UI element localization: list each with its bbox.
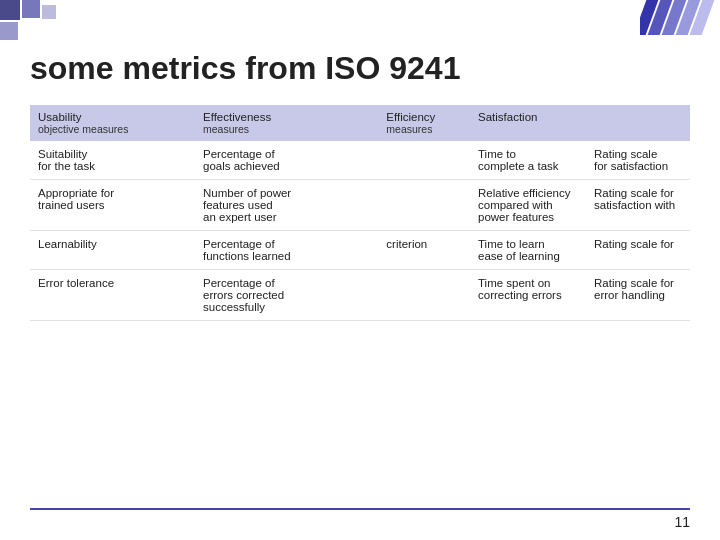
row2-col5: Rating scale forsatisfaction with [586,180,690,231]
header-col2: Effectiveness measures [195,105,378,141]
table-row: Appropriate fortrained users Number of p… [30,180,690,231]
row3-col1: Learnability [30,231,195,270]
row2-col2: Number of powerfeatures usedan expert us… [195,180,378,231]
row1-col5: Rating scalefor satisfaction [586,141,690,180]
row4-col4: Time spent oncorrecting errors [470,270,586,321]
row4-col5: Rating scale forerror handling [586,270,690,321]
row3-col2: Percentage offunctions learned [195,231,378,270]
table-header-row: Usability objective measures Effectivene… [30,105,690,141]
row1-col1: Suitabilityfor the task [30,141,195,180]
row3-col5: Rating scale for [586,231,690,270]
page-content: some metrics from ISO 9241 Usability obj… [0,0,720,540]
row4-col1: Error tolerance [30,270,195,321]
page-number: 11 [674,514,690,530]
table-row: Learnability Percentage offunctions lear… [30,231,690,270]
row2-col3 [378,180,470,231]
page-title: some metrics from ISO 9241 [30,50,690,87]
row1-col4: Time tocomplete a task [470,141,586,180]
table-row: Suitabilityfor the task Percentage ofgoa… [30,141,690,180]
header-col3: Efficiency measures [378,105,470,141]
metrics-table: Usability objective measures Effectivene… [30,105,690,321]
row2-col4: Relative efficiencycompared withpower fe… [470,180,586,231]
row3-col4: Time to learnease of learning [470,231,586,270]
table-row: Error tolerance Percentage oferrors corr… [30,270,690,321]
row3-col3: criterion [378,231,470,270]
header-col1: Usability objective measures [30,105,195,141]
header-col4: Satisfaction [470,105,690,141]
row4-col3 [378,270,470,321]
row1-col3 [378,141,470,180]
row4-col2: Percentage oferrors correctedsuccessfull… [195,270,378,321]
row2-col1: Appropriate fortrained users [30,180,195,231]
bottom-rule [30,508,690,510]
row1-col2: Percentage ofgoals achieved [195,141,378,180]
